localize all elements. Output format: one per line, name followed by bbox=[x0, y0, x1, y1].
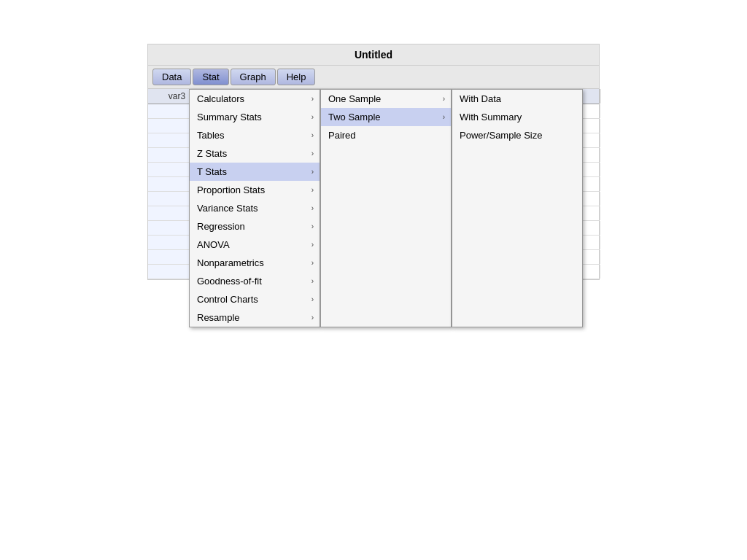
menu-item-resample-label: Resample bbox=[197, 312, 240, 323]
menu-item-t-stats-arrow: › bbox=[311, 168, 314, 176]
menu-item-variance-stats-arrow: › bbox=[311, 204, 314, 212]
menu-item-summary-stats-arrow: › bbox=[311, 113, 314, 121]
menu-item-z-stats-arrow: › bbox=[311, 149, 314, 158]
menu-item-goodness-of-fit-label: Goodness-of-fit bbox=[197, 276, 262, 287]
menu-item-anova[interactable]: ANOVA › bbox=[190, 236, 320, 254]
menu-item-resample[interactable]: Resample › bbox=[190, 308, 320, 327]
menu-item-one-sample-label: One Sample bbox=[328, 93, 381, 104]
menu-item-with-data[interactable]: With Data bbox=[452, 90, 582, 108]
menu-bar: Data Stat Graph Help Calculators › Summa… bbox=[148, 66, 599, 89]
app-window: Untitled Data Stat Graph Help Calculator… bbox=[147, 44, 600, 280]
menu-item-paired-label: Paired bbox=[328, 130, 356, 141]
menu-item-summary-stats-label: Summary Stats bbox=[197, 112, 262, 122]
graph-menu-button[interactable]: Graph bbox=[231, 69, 276, 85]
menu-item-calculators-label: Calculators bbox=[197, 93, 244, 104]
menu-item-tables[interactable]: Tables › bbox=[190, 126, 320, 144]
stat-menu-button[interactable]: Stat bbox=[193, 69, 228, 85]
menu-item-control-charts[interactable]: Control Charts › bbox=[190, 290, 320, 308]
menu-item-nonparametrics-arrow: › bbox=[311, 259, 314, 267]
menu-item-control-charts-arrow: › bbox=[311, 295, 314, 303]
menu-item-t-stats[interactable]: T Stats › bbox=[190, 163, 320, 181]
menu-item-one-sample[interactable]: One Sample › bbox=[321, 90, 451, 108]
menu-item-anova-arrow: › bbox=[311, 241, 314, 249]
menu-item-goodness-of-fit[interactable]: Goodness-of-fit › bbox=[190, 272, 320, 290]
menu-item-tables-label: Tables bbox=[197, 130, 225, 141]
data-menu-button[interactable]: Data bbox=[152, 69, 191, 85]
title-bar: Untitled bbox=[148, 44, 599, 66]
menu-item-calculators-arrow: › bbox=[311, 95, 314, 103]
dropdown-container: Calculators › Summary Stats › Tables › Z… bbox=[189, 89, 583, 327]
menu-item-regression-arrow: › bbox=[311, 222, 314, 230]
menu-item-with-summary-label: With Summary bbox=[460, 112, 522, 122]
menu-item-proportion-stats-arrow: › bbox=[311, 186, 314, 194]
menu-item-one-sample-arrow: › bbox=[443, 95, 445, 103]
menu-item-tables-arrow: › bbox=[311, 131, 314, 139]
menu-item-paired[interactable]: Paired bbox=[321, 126, 451, 144]
menu-item-two-sample-arrow: › bbox=[443, 113, 445, 121]
menu-item-calculators[interactable]: Calculators › bbox=[190, 90, 320, 108]
menu-item-power-sample-size-label: Power/Sample Size bbox=[460, 130, 542, 141]
t-stats-submenu: One Sample › Two Sample › Paired bbox=[320, 89, 452, 327]
menu-item-variance-stats[interactable]: Variance Stats › bbox=[190, 199, 320, 217]
menu-item-variance-stats-label: Variance Stats bbox=[197, 203, 258, 214]
menu-item-z-stats[interactable]: Z Stats › bbox=[190, 144, 320, 163]
two-sample-submenu: With Data With Summary Power/Sample Size bbox=[452, 89, 583, 327]
menu-item-with-summary[interactable]: With Summary bbox=[452, 108, 582, 126]
menu-item-control-charts-label: Control Charts bbox=[197, 294, 258, 305]
menu-item-regression-label: Regression bbox=[197, 221, 245, 232]
menu-item-z-stats-label: Z Stats bbox=[197, 148, 227, 159]
menu-item-with-data-label: With Data bbox=[460, 93, 501, 104]
menu-item-resample-arrow: › bbox=[311, 314, 314, 322]
app-title: Untitled bbox=[355, 49, 392, 61]
menu-item-summary-stats[interactable]: Summary Stats › bbox=[190, 108, 320, 126]
stat-dropdown-menu: Calculators › Summary Stats › Tables › Z… bbox=[189, 89, 320, 327]
menu-item-two-sample[interactable]: Two Sample › bbox=[321, 108, 451, 126]
menu-item-nonparametrics[interactable]: Nonparametrics › bbox=[190, 254, 320, 272]
menu-item-t-stats-label: T Stats bbox=[197, 166, 227, 177]
menu-item-proportion-stats-label: Proportion Stats bbox=[197, 184, 265, 195]
menu-item-goodness-of-fit-arrow: › bbox=[311, 277, 314, 285]
menu-item-nonparametrics-label: Nonparametrics bbox=[197, 257, 264, 268]
menu-item-power-sample-size[interactable]: Power/Sample Size bbox=[452, 126, 582, 144]
menu-item-two-sample-label: Two Sample bbox=[328, 112, 381, 122]
menu-item-regression[interactable]: Regression › bbox=[190, 217, 320, 236]
menu-item-proportion-stats[interactable]: Proportion Stats › bbox=[190, 181, 320, 199]
menu-item-anova-label: ANOVA bbox=[197, 239, 230, 250]
help-menu-button[interactable]: Help bbox=[277, 69, 316, 85]
